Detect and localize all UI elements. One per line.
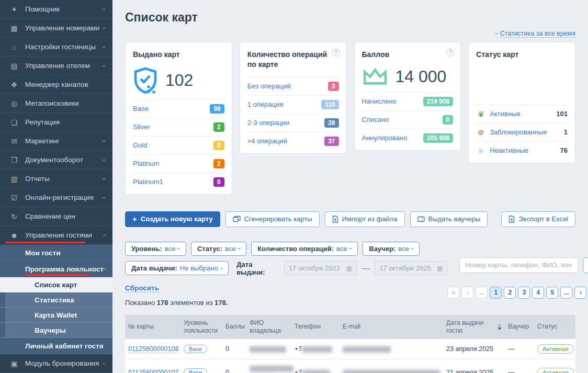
spacer: [247, 70, 339, 77]
date-to-input[interactable]: 17 октября 2025 ▦: [375, 261, 447, 275]
sidebar-item-vouchers[interactable]: Ваучеры: [0, 323, 112, 338]
blocked-icon: ⊘: [476, 128, 485, 137]
page-first-button[interactable]: «: [447, 287, 459, 299]
row-label[interactable]: >4 операций: [247, 137, 287, 145]
row-label[interactable]: Неактивные: [490, 146, 556, 154]
sidebar-item-assistant[interactable]: ✦ Помощник ›: [0, 0, 112, 19]
card-row-2-3-ops: 2-3 операции 28: [247, 114, 339, 132]
col-issue-date[interactable]: Дата выдачи гостю: [443, 315, 505, 339]
create-card-button[interactable]: + Создать новую карту: [125, 211, 220, 227]
sidebar-item-label: Список карт: [35, 281, 107, 289]
row-value: 101: [556, 110, 568, 118]
sidebar-item-label: Маркетинг: [25, 137, 103, 145]
issue-vouchers-button[interactable]: Выдать ваучеры: [410, 211, 488, 227]
row-label[interactable]: Начислено: [362, 97, 397, 105]
issue-date-filter-dropdown[interactable]: Дата выдачи: Не выбрано ›: [125, 261, 229, 275]
points-cell: 0: [222, 364, 246, 373]
help-icon[interactable]: ?: [332, 49, 340, 56]
sort-icon[interactable]: [497, 324, 502, 330]
redacted-owner-name: [250, 346, 286, 353]
voucher-filter-dropdown[interactable]: Ваучер: все ›: [363, 242, 420, 256]
search-input[interactable]: [459, 257, 579, 273]
filter-label: Ваучер:: [369, 245, 395, 253]
sidebar-item-metasearch[interactable]: ◎ Метапоисковики: [0, 94, 112, 113]
chevron-down-icon: ›: [100, 140, 108, 142]
page-prev-button[interactable]: ‹: [461, 287, 473, 299]
sidebar-item-guest-management[interactable]: ☻ Управление гостями ›: [0, 226, 112, 245]
sidebar-item-label: Менеджер каналов: [25, 81, 107, 88]
page-3-button[interactable]: 3: [518, 287, 530, 299]
plus-icon: +: [132, 214, 137, 223]
row-label[interactable]: Аннулировано: [362, 134, 408, 142]
row-label[interactable]: Platinum: [133, 160, 160, 167]
red-underline: [24, 274, 89, 276]
redacted-owner-cell: [246, 359, 291, 373]
page-5-button[interactable]: 5: [546, 287, 558, 299]
sidebar-item-hotel-settings[interactable]: ⌂ Настройки гостиницы ›: [0, 38, 112, 56]
home-icon: ⌂: [7, 43, 21, 51]
toolbar: + Создать новую карту Сгенерировать карт…: [125, 211, 575, 227]
row-label[interactable]: Gold: [133, 141, 147, 149]
stat-cards: Выдано карт 102 Base 98 Silv: [125, 42, 575, 195]
generate-cards-button[interactable]: Сгенерировать карты: [225, 211, 320, 227]
row-label[interactable]: Активные: [490, 110, 552, 118]
row-label[interactable]: Без операций: [247, 82, 291, 90]
sidebar-item-my-guests[interactable]: Мои гости: [0, 245, 112, 261]
operations-filter-dropdown[interactable]: Количество операций: все ›: [251, 242, 358, 256]
sidebar-item-marketing[interactable]: ✉ Маркетинг ›: [0, 132, 112, 151]
row-label[interactable]: Заблокированные: [490, 128, 560, 136]
grid-icon: ▤: [7, 62, 21, 70]
sidebar-item-channel-manager[interactable]: ❖ Менеджер каналов: [0, 75, 112, 94]
sidebar-item-label: Сравнение цен: [25, 212, 107, 220]
page-1-button[interactable]: 1: [490, 287, 502, 299]
search-button[interactable]: [583, 257, 588, 273]
row-label[interactable]: 2-3 операции: [247, 119, 289, 127]
sidebar-item-loyalty-program[interactable]: Программа лояльности ›: [0, 261, 112, 277]
row-label[interactable]: Platinum1: [133, 178, 163, 186]
count-badge: 110: [321, 100, 338, 109]
sidebar-item-price-comparison[interactable]: ↻ Сравнение цен: [0, 207, 112, 226]
sidebar-item-reputation[interactable]: ❏ Репутация: [0, 113, 112, 132]
sidebar-item-statistics[interactable]: Статистика: [0, 292, 112, 308]
import-file-button[interactable]: Импорт из файла: [325, 211, 405, 227]
sidebar-item-reports[interactable]: ▥ Отчеты ›: [0, 169, 112, 188]
sidebar-item-online-registration[interactable]: ☑ Онлайн-регистрация ›: [0, 188, 112, 207]
envelope-icon: ✉: [7, 137, 21, 145]
sidebar-item-card-list[interactable]: Список карт: [0, 277, 112, 292]
all-time-statistics-link[interactable]: Статистика за все время: [500, 30, 575, 38]
row-label[interactable]: 1 операция: [247, 100, 284, 108]
date-from-input[interactable]: 17 октября 2022 ▦: [284, 261, 357, 275]
sidebar-item-room-management[interactable]: ▦ Управление номерами ›: [0, 19, 112, 38]
row-label[interactable]: Silver: [133, 123, 150, 131]
status-filter-dropdown[interactable]: Статус: все ›: [191, 242, 246, 256]
page-next-button[interactable]: ›: [574, 287, 586, 299]
sidebar-item-guest-account[interactable]: Личный кабинет гостя: [0, 338, 112, 354]
sidebar-item-wallet-card[interactable]: Карта Wallet: [0, 308, 112, 323]
filter-value: Не выбрано: [180, 264, 218, 272]
metasearch-icon: ◎: [7, 99, 21, 108]
reset-filters-link[interactable]: Сбросить: [125, 284, 159, 292]
chevron-down-icon: ›: [100, 363, 108, 365]
card-number-link[interactable]: 01125800000108: [128, 345, 178, 353]
search-row: [459, 257, 588, 273]
stats-link-row: › Статистика за все время: [125, 30, 575, 38]
col-card-number: № карты: [125, 319, 180, 335]
page-2-button[interactable]: 2: [504, 287, 516, 299]
card-number-link[interactable]: 01125800000107: [128, 369, 178, 373]
page-4-button[interactable]: 4: [532, 287, 544, 299]
sidebar-item-document-flow[interactable]: ❒ Документооборот ›: [0, 151, 112, 169]
sidebar-item-label: Настройки гостиницы: [25, 43, 103, 51]
level-filter-dropdown[interactable]: Уровень: все ›: [125, 242, 186, 256]
generate-cards-icon: [233, 216, 241, 222]
export-excel-button[interactable]: Экспорт в Excel: [501, 211, 575, 227]
status-row-active: ♛ Активные 101: [476, 105, 568, 123]
voucher-cell: —: [505, 340, 534, 358]
import-file-icon: [332, 216, 338, 223]
page-ellipsis: ...: [476, 287, 488, 299]
chevron-down-icon: ›: [100, 65, 108, 67]
redacted-phone: [302, 370, 330, 373]
row-label[interactable]: Списано: [362, 116, 389, 123]
row-label[interactable]: Base: [133, 105, 149, 112]
sidebar-item-hotel-management[interactable]: ▤ Управление отелем ›: [0, 56, 112, 75]
sidebar-item-booking-module[interactable]: ▣ Модуль бронирования ›: [0, 354, 112, 373]
